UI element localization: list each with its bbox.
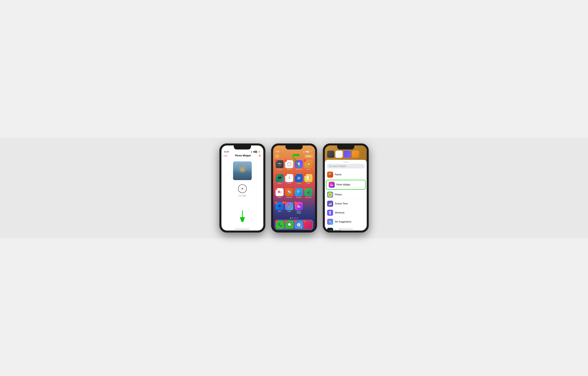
remove-badge-music[interactable]: − [303, 220, 306, 223]
done-label: Done [306, 155, 311, 157]
add-icon: + [241, 187, 243, 191]
widget-list-item-screentime[interactable]: Screen Time [325, 199, 367, 208]
remove-badge-photowidget[interactable]: − [294, 201, 296, 204]
page-dot-3 [294, 218, 294, 219]
svg-rect-21 [296, 204, 301, 209]
dock-item-messages[interactable]: − 💬 [285, 221, 294, 229]
svg-line-3 [293, 155, 300, 168]
app-item-facetime[interactable]: − 📹 FaceTime [304, 188, 313, 201]
remove-badge-photos[interactable]: − [284, 159, 287, 162]
widget-list-item-photowidget[interactable]: Photo Widget [326, 180, 366, 189]
notch-3 [337, 145, 354, 149]
mail-notif-badge: 6 [282, 201, 284, 204]
add-photo-button[interactable]: + [238, 184, 247, 193]
svg-rect-16 [289, 205, 290, 206]
app-item-things[interactable]: − Things [295, 174, 303, 187]
widget-name-photowidget: Photo Widget [336, 183, 350, 186]
remove-badge-findmy[interactable]: − [294, 188, 296, 190]
phone2-time: 9:41 [276, 151, 279, 153]
green-arrow-overlay [290, 154, 304, 169]
app-label-findmy: Find My [296, 197, 301, 198]
iphone-1: 11:17 ▲ ◀ ▌▌ 🔋 Edit Photo Widget ⚙ + ( 1… [220, 144, 265, 232]
app-item-clock[interactable]: − Clock [285, 174, 294, 187]
home-indicator-1 [235, 229, 250, 229]
widget-list-item-siri[interactable]: Siri Suggestions [325, 217, 367, 226]
app-item-findmy[interactable]: − 🔍 Find My [295, 188, 303, 201]
page-dot-5 [297, 218, 298, 219]
widget-icon-photos [327, 192, 333, 198]
notch-2 [285, 145, 303, 149]
remove-badge-clock[interactable]: − [284, 173, 287, 176]
widget-name-stocks: Stocks [335, 230, 342, 231]
widget-name-screentime: Screen Time [335, 202, 348, 205]
add-widget-button[interactable]: + [275, 154, 279, 158]
app-label-overcast: Overcast [286, 197, 292, 198]
remove-badge-camera[interactable]: − [275, 159, 277, 162]
remove-badge-maps[interactable]: − [275, 173, 277, 176]
dock-item-music[interactable]: − 🎵 [304, 221, 312, 229]
app-item-slack[interactable]: − [285, 202, 294, 216]
app-item-photowidget[interactable]: − Photo Widget [295, 202, 303, 216]
app-item-notes[interactable]: − 📝 Notes [304, 174, 313, 187]
widget-name-parcel: Parcel [335, 173, 341, 176]
remove-badge-messages[interactable]: − [284, 220, 287, 223]
app-label-mail: Mail [278, 210, 281, 212]
widget-list-item-stocks[interactable]: Stocks [325, 226, 367, 231]
app-item-maps[interactable]: − 🗺 Maps [275, 174, 284, 187]
remove-badge-slack[interactable]: − [284, 201, 287, 204]
phone2-content: 9:41 ▲ ◀ ▌▌ 🔋 + Done [273, 145, 315, 231]
search-icon: 🔍 [329, 165, 331, 167]
widget-list-item-shortcuts[interactable]: Shortcuts [325, 208, 367, 217]
iphone-3-screen: 🔍 Search Widgets 📦 Parcel [325, 145, 367, 231]
svg-point-33 [330, 221, 331, 222]
remove-badge-news[interactable]: − [275, 188, 277, 190]
app-label-facetime: FaceTime [305, 197, 312, 198]
svg-rect-18 [290, 206, 290, 207]
app-item-home[interactable]: − 🏠 Home [304, 160, 313, 173]
app-label-news: News [278, 197, 281, 198]
done-button[interactable]: Done [304, 154, 313, 158]
photo-count: ( 1 / 30 ) [238, 194, 246, 197]
app-item-mail[interactable]: − 6 ✉ Mail [275, 202, 284, 216]
remove-badge-notes[interactable]: − [304, 173, 306, 176]
app-label-clock: Clock [287, 183, 291, 184]
remove-badge-mail[interactable]: − [275, 201, 277, 204]
widget-icon-screentime [327, 201, 333, 207]
mini-app-shortcuts [344, 151, 351, 158]
svg-rect-20 [289, 207, 290, 207]
svg-point-24 [331, 184, 331, 185]
widget-icon-siri [327, 219, 333, 225]
mini-app-photos [336, 151, 343, 158]
gear-icon[interactable]: ⚙ [258, 154, 261, 157]
app-label-things: Things [297, 183, 301, 184]
app-item-news[interactable]: − News [275, 188, 284, 201]
remove-badge-dockphone[interactable]: − [275, 220, 278, 223]
iphone-3: 🔍 Search Widgets 📦 Parcel [323, 144, 369, 232]
svg-point-22 [297, 205, 299, 206]
remove-badge-things[interactable]: − [294, 173, 296, 176]
widget-list-item-photos[interactable]: Photos [325, 190, 367, 199]
status-icons: ▲ ◀ ▌▌ 🔋 [251, 151, 260, 153]
page-dots [273, 218, 315, 219]
app-item-camera[interactable]: − 📷 Camera [275, 160, 284, 173]
edit-button[interactable]: Edit [224, 155, 227, 157]
widget-list-item-parcel[interactable]: 📦 Parcel [325, 170, 367, 179]
remove-badge-facetime[interactable]: − [304, 188, 306, 190]
app-label-maps: Maps [278, 183, 281, 184]
dock-item-phone[interactable]: − 📞 [276, 221, 284, 229]
plus-icon: + [276, 155, 278, 158]
svg-rect-23 [330, 183, 334, 187]
dock-item-safari[interactable]: − 🧭 [295, 221, 303, 229]
remove-badge-overcast[interactable]: − [284, 188, 287, 190]
phone2-status-icons: ▲ ◀ ▌▌ 🔋 [303, 151, 312, 153]
search-bar[interactable]: 🔍 Search Widgets [327, 164, 364, 168]
svg-rect-27 [330, 203, 330, 205]
dog-photo-inner [233, 161, 252, 180]
app-item-overcast[interactable]: − 📡 Overcast [285, 188, 294, 201]
phone1-body: + ( 1 / 30 ) [221, 158, 263, 231]
nav-title: Photo Widget [235, 154, 251, 157]
phone1-nav: Edit Photo Widget ⚙ [221, 153, 263, 158]
app-label-home: Home [306, 169, 310, 170]
svg-rect-28 [331, 203, 332, 205]
remove-badge-safari[interactable]: − [294, 220, 296, 223]
